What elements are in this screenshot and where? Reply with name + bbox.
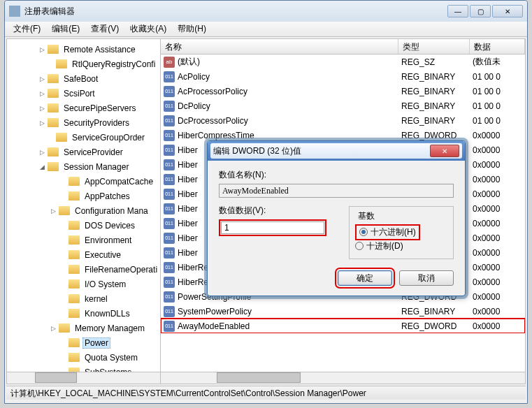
tree-label[interactable]: Session Manager	[62, 161, 131, 173]
tree-node[interactable]: ServiceGroupOrder	[8, 130, 160, 145]
tree-label[interactable]: Configuration Mana	[73, 205, 150, 217]
list-hscroll[interactable]	[161, 372, 525, 384]
dialog-titlebar[interactable]: 编辑 DWORD (32 位)值 ✕	[208, 141, 465, 161]
list-row[interactable]: SystemPowerPolicyREG_BINARY0x0000	[161, 304, 525, 319]
menu-edit[interactable]: 编辑(E)	[46, 22, 85, 36]
binary-value-icon	[164, 247, 175, 258]
tree-hscroll[interactable]	[7, 372, 160, 384]
tree-node[interactable]: Quota System	[8, 350, 160, 365]
list-row[interactable]: AcPolicyREG_BINARY01 00 0	[161, 69, 525, 84]
tree-label[interactable]: Remote Assistance	[62, 44, 138, 55]
tree-node[interactable]: KnownDLLs	[8, 306, 160, 321]
tree-node[interactable]: AppPatches	[8, 189, 160, 203]
value-data-input[interactable]	[221, 221, 324, 234]
tree-label[interactable]: RtlQueryRegistryConfi	[70, 59, 157, 70]
tree-label[interactable]: AppCompatCache	[82, 176, 155, 187]
expander-icon[interactable]: ▷	[49, 324, 57, 333]
tree-node[interactable]: AppCompatCache	[8, 174, 160, 189]
value-data: 0x0000	[470, 131, 525, 140]
menu-favorites[interactable]: 收藏夹(A)	[124, 22, 172, 36]
value-name: Hiber	[178, 233, 198, 243]
expander-icon[interactable]: ▷	[49, 207, 57, 215]
value-name: HiberCompressTime	[178, 131, 254, 140]
tree-label[interactable]: Memory Managem	[73, 323, 147, 334]
minimize-button[interactable]: —	[447, 5, 468, 17]
tree-label[interactable]: kernel	[82, 293, 110, 305]
tree-label[interactable]: FileRenameOperati	[82, 264, 159, 275]
col-header-data[interactable]: 数据	[470, 39, 525, 54]
tree-node[interactable]: I/O System	[8, 277, 160, 291]
radix-dec-label[interactable]: 十进制(D)	[366, 240, 403, 252]
tree-node[interactable]: Executive	[8, 247, 160, 262]
tree-node[interactable]: ▷ServiceProvider	[8, 145, 160, 159]
expander-icon[interactable]: ▷	[38, 45, 46, 54]
tree-node[interactable]: Environment	[8, 233, 160, 247]
tree-node[interactable]: FileRenameOperati	[8, 262, 160, 277]
tree-label[interactable]: Quota System	[82, 352, 140, 363]
tree-label[interactable]: Power	[82, 337, 110, 349]
tree-pane[interactable]: ▷Remote AssistanceRtlQueryRegistryConfi▷…	[7, 39, 161, 384]
tree-node[interactable]: ▷SafeBoot	[8, 71, 160, 86]
tree-label[interactable]: ServiceGroupOrder	[70, 132, 147, 143]
value-name: Hiber	[178, 175, 198, 184]
value-data: 0x0000	[470, 248, 525, 258]
expander-icon[interactable]: ▷	[38, 104, 46, 112]
value-data: 0x0000	[470, 307, 525, 316]
value-data: 01 00 0	[470, 101, 525, 111]
list-row[interactable]: DcPolicyREG_BINARY01 00 0	[161, 99, 525, 113]
tree-node[interactable]: kernel	[8, 291, 160, 306]
tree-node[interactable]: ◢Session Manager	[8, 159, 160, 174]
ok-button[interactable]: 确定	[338, 270, 392, 286]
tree-node[interactable]: ▷ScsiPort	[8, 86, 160, 101]
expander-icon[interactable]: ▷	[38, 148, 46, 156]
tree-label[interactable]: AppPatches	[82, 191, 132, 202]
dialog-title: 编辑 DWORD (32 位)值	[213, 145, 430, 157]
radix-hex-radio[interactable]	[359, 228, 368, 236]
tree-label[interactable]: ScsiPort	[62, 88, 97, 99]
col-header-name[interactable]: 名称	[161, 39, 398, 54]
close-button[interactable]: ✕	[492, 5, 523, 17]
binary-value-icon	[164, 145, 175, 156]
menu-help[interactable]: 帮助(H)	[172, 22, 212, 36]
expander-icon[interactable]: ▷	[38, 75, 46, 83]
list-row[interactable]: (默认)REG_SZ(数值未	[161, 54, 525, 69]
radix-hex-label[interactable]: 十六进制(H)	[371, 226, 416, 238]
expander-icon[interactable]: ▷	[38, 119, 46, 127]
list-row[interactable]: DcProcessorPolicyREG_BINARY01 00 0	[161, 113, 525, 128]
menu-file[interactable]: 文件(F)	[8, 22, 46, 36]
dialog-close-button[interactable]: ✕	[430, 145, 459, 157]
cancel-button[interactable]: 取消	[399, 270, 454, 286]
tree-label[interactable]: SecurePipeServers	[62, 103, 138, 114]
value-name: Hiber	[178, 145, 198, 155]
tree-label[interactable]: KnownDLLs	[82, 308, 132, 319]
menu-view[interactable]: 查看(V)	[85, 22, 124, 36]
tree-label[interactable]: DOS Devices	[82, 220, 137, 231]
titlebar[interactable]: 注册表编辑器 — ▢ ✕	[5, 1, 527, 22]
tree-node[interactable]: Power	[8, 335, 160, 350]
list-row[interactable]: AcProcessorPolicyREG_BINARY01 00 0	[161, 84, 525, 99]
folder-icon	[69, 177, 80, 186]
binary-value-icon	[164, 291, 175, 303]
tree-node[interactable]: ▷Remote Assistance	[8, 42, 160, 57]
binary-value-icon	[164, 130, 175, 141]
list-row[interactable]: AwayModeEnabledREG_DWORD0x0000	[161, 319, 525, 333]
tree-node[interactable]: DOS Devices	[8, 218, 160, 233]
radix-dec-radio[interactable]	[355, 242, 364, 250]
tree-label[interactable]: SafeBoot	[62, 73, 100, 85]
tree-label[interactable]: ServiceProvider	[62, 147, 125, 158]
expander-icon[interactable]: ▷	[38, 89, 46, 98]
menubar: 文件(F) 编辑(E) 查看(V) 收藏夹(A) 帮助(H)	[5, 22, 527, 37]
tree-node[interactable]: ▷Memory Managem	[8, 321, 160, 335]
expander-icon[interactable]: ◢	[38, 163, 46, 171]
tree-node[interactable]: ▷SecurityProviders	[8, 115, 160, 130]
tree-node[interactable]: RtlQueryRegistryConfi	[8, 57, 160, 71]
tree-label[interactable]: Environment	[82, 235, 134, 246]
col-header-type[interactable]: 类型	[398, 39, 470, 54]
tree-label[interactable]: SecurityProviders	[62, 117, 131, 129]
tree-label[interactable]: Executive	[82, 249, 123, 261]
tree-node[interactable]: ▷SecurePipeServers	[8, 101, 160, 115]
tree-label[interactable]: I/O System	[82, 279, 128, 290]
value-data: 0x0000	[470, 277, 525, 287]
maximize-button[interactable]: ▢	[470, 5, 491, 17]
tree-node[interactable]: ▷Configuration Mana	[8, 203, 160, 218]
